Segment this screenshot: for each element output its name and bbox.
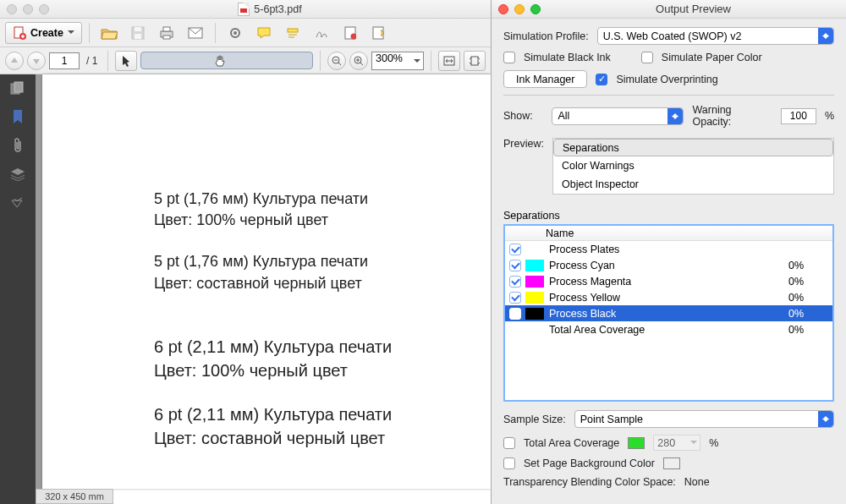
checkbox-icon[interactable] xyxy=(509,276,521,288)
form-button[interactable] xyxy=(338,22,363,44)
preview-item-separations[interactable]: Separations xyxy=(553,139,833,156)
sim-paper-color-checkbox[interactable] xyxy=(641,52,653,63)
text-line: Цвет: 100% черный цвет xyxy=(154,359,491,382)
fit-page-button[interactable] xyxy=(464,51,486,71)
sep-name: Total Area Coverage xyxy=(549,324,788,336)
show-select[interactable]: All xyxy=(552,107,684,125)
sep-value: 0% xyxy=(788,324,832,336)
text-line: 6 pt (2,11 мм) Культура печати xyxy=(154,335,491,359)
bg-color-swatch[interactable] xyxy=(663,457,680,469)
sim-overprint-label: Simulate Overprinting xyxy=(616,74,717,85)
close-icon[interactable] xyxy=(7,4,17,14)
fit-width-button[interactable] xyxy=(438,51,460,71)
page-up-button[interactable] xyxy=(5,52,24,70)
checkbox-icon[interactable] xyxy=(509,260,521,271)
sample-size-label: Sample Size: xyxy=(503,414,566,425)
zoom-in-button[interactable] xyxy=(349,52,368,70)
checkbox-icon[interactable] xyxy=(509,292,521,304)
save-button[interactable] xyxy=(125,22,151,44)
tbcs-value: None xyxy=(684,476,710,488)
document-title: 5-6pt3.pdf xyxy=(49,3,491,16)
svg-rect-7 xyxy=(163,36,170,39)
sep-name: Process Plates xyxy=(549,244,788,255)
status-bar: 320 x 450 mm xyxy=(36,489,113,504)
sim-profile-label: Simulation Profile: xyxy=(503,30,589,42)
hand-tool[interactable] xyxy=(140,52,313,69)
percent-label: % xyxy=(709,437,718,449)
sep-row-magenta[interactable]: Process Magenta0% xyxy=(505,273,832,289)
sep-row-cyan[interactable]: Process Cyan0% xyxy=(505,257,832,273)
select-tool[interactable] xyxy=(115,51,137,71)
sep-row-black[interactable]: Process Black0% xyxy=(505,305,832,321)
document-area[interactable]: 5 pt (1,76 мм) Культура печати Цвет: 100… xyxy=(36,74,491,489)
toolbar-primary: Create xyxy=(0,19,491,47)
zoom-select[interactable]: 300% xyxy=(371,52,424,70)
total-area-coverage-checkbox[interactable] xyxy=(503,437,515,449)
text-line: Цвет: составной черный цвет xyxy=(154,426,491,450)
ink-manager-label: Ink Manager xyxy=(516,74,574,85)
page-total: / 1 xyxy=(86,55,97,67)
minimize-icon[interactable] xyxy=(514,4,525,14)
sep-row-yellow[interactable]: Process Yellow0% xyxy=(505,289,832,305)
sim-profile-select[interactable]: U.S. Web Coated (SWOP) v2 xyxy=(597,27,834,45)
svg-rect-4 xyxy=(135,34,141,39)
attachment-icon[interactable] xyxy=(8,137,28,154)
zoom-out-button[interactable] xyxy=(327,52,346,70)
svg-point-10 xyxy=(233,31,237,35)
chevron-updown-icon xyxy=(818,411,833,427)
page-input[interactable] xyxy=(49,52,80,69)
open-button[interactable] xyxy=(96,22,122,44)
preview-item-object-inspector[interactable]: Object Inspector xyxy=(553,175,833,194)
tbcs-label: Transparency Blending Color Space: xyxy=(503,476,676,488)
svg-rect-18 xyxy=(471,57,478,65)
comment-button[interactable] xyxy=(251,22,277,44)
highlight-button[interactable] xyxy=(280,22,305,44)
sidebar xyxy=(0,74,36,504)
sep-row-plates[interactable]: Process Plates xyxy=(505,241,832,257)
checkbox-icon[interactable] xyxy=(509,244,521,255)
preview-list: Separations Color Warnings Object Inspec… xyxy=(552,138,834,194)
sep-value: 0% xyxy=(788,260,832,271)
maximize-icon[interactable] xyxy=(530,4,541,14)
replace-button[interactable] xyxy=(366,22,392,44)
layers-icon[interactable] xyxy=(8,166,28,183)
sim-black-ink-checkbox[interactable] xyxy=(503,52,515,63)
sep-row-total[interactable]: Total Area Coverage0% xyxy=(505,321,832,337)
separations-table: Name Process Plates Process Cyan0% Proce… xyxy=(503,224,834,402)
create-button[interactable]: Create xyxy=(5,22,82,44)
tac-color-swatch[interactable] xyxy=(628,437,645,449)
chevron-updown-icon xyxy=(667,108,683,124)
col-name: Name xyxy=(542,227,782,239)
ink-manager-button[interactable]: Ink Manager xyxy=(503,70,587,88)
text-line: 5 pt (1,76 мм) Культура печати xyxy=(154,251,491,272)
toolbar-secondary: / 1 300% xyxy=(0,47,491,74)
preview-item-color-warnings[interactable]: Color Warnings xyxy=(553,156,833,175)
sample-size-select[interactable]: Point Sample xyxy=(574,410,834,428)
create-label: Create xyxy=(30,27,63,39)
filename-label: 5-6pt3.pdf xyxy=(254,3,301,15)
zoom-value: 300% xyxy=(376,52,403,64)
text-line: Цвет: составной черный цвет xyxy=(154,273,491,294)
percent-label: % xyxy=(825,110,834,122)
gear-button[interactable] xyxy=(222,22,248,44)
set-bg-checkbox[interactable] xyxy=(503,457,515,469)
svg-rect-6 xyxy=(163,27,170,31)
mail-button[interactable] xyxy=(183,22,208,44)
sep-value: 0% xyxy=(788,308,832,320)
text-line: Цвет: 100% черный цвет xyxy=(154,210,491,231)
preflight-icon[interactable] xyxy=(8,194,28,211)
panel-titlebar: Output Preview xyxy=(492,0,846,19)
checkbox-icon[interactable] xyxy=(509,308,521,320)
bookmark-icon[interactable] xyxy=(8,108,28,125)
sign-button[interactable] xyxy=(309,22,334,44)
set-bg-label: Set Page Background Color xyxy=(524,457,655,469)
minimize-icon[interactable] xyxy=(23,4,33,14)
sim-overprint-checkbox[interactable]: ✓ xyxy=(596,74,607,85)
pages-icon[interactable] xyxy=(8,79,28,96)
warn-opacity-input[interactable] xyxy=(781,108,816,124)
total-area-coverage-label: Total Area Coverage xyxy=(524,437,619,449)
maximize-icon[interactable] xyxy=(39,4,49,14)
page-down-button[interactable] xyxy=(27,52,46,70)
close-icon[interactable] xyxy=(498,4,508,14)
print-button[interactable] xyxy=(154,22,179,44)
